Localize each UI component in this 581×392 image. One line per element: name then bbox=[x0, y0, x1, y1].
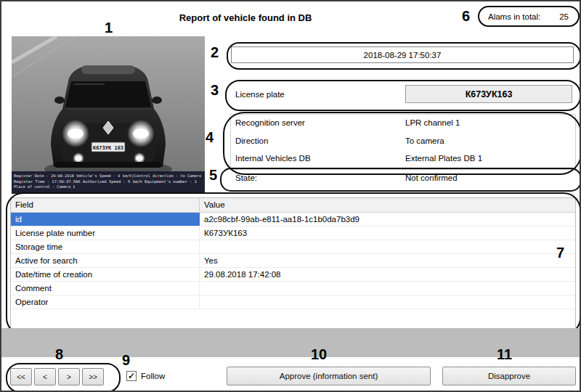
table-header-row: Field Value bbox=[11, 198, 575, 213]
car-bumper bbox=[55, 162, 161, 168]
table-cell-value[interactable] bbox=[200, 282, 575, 295]
properties-table: Field Value id a2c98cbf-99ab-e811-aa18-1… bbox=[10, 197, 576, 329]
record-navigation: << < > >> bbox=[10, 368, 104, 385]
table-row[interactable]: License plate number К673УК163 bbox=[11, 226, 575, 240]
page-title: Report of vehicle found in DB bbox=[1, 12, 489, 23]
table-cell-value[interactable]: a2c98cbf-99ab-e811-aa18-1c1b0da7b3d9 bbox=[200, 213, 575, 226]
annotation-9: 9 bbox=[122, 353, 130, 367]
license-plate-field[interactable]: К673УК163 bbox=[405, 85, 572, 103]
table-cell-field[interactable]: Comment bbox=[11, 282, 200, 295]
direction-value: To camera bbox=[405, 136, 444, 145]
foglight-left bbox=[75, 156, 82, 161]
table-cell-value[interactable]: Yes bbox=[200, 254, 575, 267]
report-window: Report of vehicle found in DB Alams in t… bbox=[0, 0, 581, 392]
table-cell-field[interactable]: License plate number bbox=[11, 226, 200, 240]
car-windshield bbox=[65, 81, 151, 107]
table-row[interactable]: Date/time of creation 29.08.2018 17:42:0… bbox=[11, 268, 575, 282]
nav-last-button[interactable]: >> bbox=[82, 368, 104, 385]
vehicle-photo-render: К673УК 163 Register Date - 29-08-2018 Ve… bbox=[12, 36, 205, 194]
table-cell-value[interactable]: 29.08.2018 17:42:08 bbox=[200, 268, 575, 281]
table-header-value[interactable]: Value bbox=[200, 198, 575, 212]
table-cell-value[interactable] bbox=[200, 240, 575, 253]
alarms-total-callout: Alams in total: 25 bbox=[478, 6, 580, 27]
table-cell-value[interactable]: К673УК163 bbox=[200, 226, 575, 240]
vehicle-photo: К673УК 163 Register Date - 29-08-2018 Ve… bbox=[12, 36, 205, 194]
table-row[interactable]: Storage time bbox=[11, 240, 575, 254]
annotation-1: 1 bbox=[105, 20, 113, 35]
callout-oval-5 bbox=[220, 168, 581, 192]
table-cell-value[interactable] bbox=[200, 295, 575, 309]
table-cell-field[interactable]: id bbox=[11, 213, 200, 226]
table-row[interactable]: Operator bbox=[11, 295, 575, 309]
direction-label: Direction bbox=[235, 136, 268, 145]
annotation-4: 4 bbox=[206, 130, 214, 144]
state-value: Not confirmed bbox=[405, 173, 458, 182]
car-license-plate-text: К673УК 163 bbox=[93, 145, 123, 151]
annotation-2: 2 bbox=[211, 45, 219, 60]
nav-next-button[interactable]: > bbox=[58, 368, 80, 385]
internal-db-label: Internal Vehicles DB bbox=[235, 154, 311, 163]
photo-overlay-line3: Place of control - Camera 1 bbox=[14, 184, 75, 189]
foglight-right bbox=[136, 156, 143, 161]
nav-previous-button[interactable]: < bbox=[34, 368, 56, 385]
license-plate-label: License plate bbox=[235, 90, 285, 99]
table-cell-field[interactable]: Operator bbox=[11, 295, 200, 309]
annotation-6: 6 bbox=[462, 9, 470, 23]
annotation-3: 3 bbox=[211, 83, 219, 97]
state-label: State: bbox=[235, 173, 257, 182]
annotation-10: 10 bbox=[311, 347, 327, 362]
recognition-server-label: Recognition server bbox=[235, 118, 305, 127]
table-row[interactable]: id a2c98cbf-99ab-e811-aa18-1c1b0da7b3d9 bbox=[11, 213, 575, 226]
annotation-7: 7 bbox=[556, 245, 564, 260]
annotation-5: 5 bbox=[209, 168, 217, 182]
photo-overlay-line1: Register Date - 29-08-2018 Vehicle's Spe… bbox=[14, 173, 201, 179]
table-header-field[interactable]: Field bbox=[11, 198, 200, 212]
disapprove-button[interactable]: Disapprove bbox=[442, 367, 576, 385]
table-row[interactable]: Active for search Yes bbox=[11, 254, 575, 268]
approve-button[interactable]: Approve (information sent) bbox=[227, 367, 431, 385]
table-cell-field[interactable]: Storage time bbox=[11, 240, 200, 253]
event-datetime-field[interactable]: 2018-08-29 17:50:37 bbox=[231, 46, 574, 63]
alarms-total-count: 25 bbox=[559, 12, 569, 21]
internal-db-value: External Plates DB 1 bbox=[405, 154, 482, 163]
recognition-server-value: LPR channel 1 bbox=[405, 118, 460, 127]
table-cell-field[interactable]: Date/time of creation bbox=[11, 268, 200, 281]
follow-label: Follow bbox=[141, 372, 165, 380]
table-row[interactable]: Comment bbox=[11, 282, 575, 295]
headlight-right bbox=[133, 128, 149, 139]
table-cell-field[interactable]: Active for search bbox=[11, 254, 200, 267]
follow-checkbox[interactable]: ✓ bbox=[126, 371, 137, 381]
annotation-11: 11 bbox=[497, 347, 512, 362]
car-roof bbox=[81, 65, 135, 74]
alarms-total-label: Alams in total: bbox=[488, 12, 540, 21]
car-mirror-right bbox=[152, 97, 162, 104]
headlight-left bbox=[68, 128, 84, 139]
bottom-gray-panel bbox=[1, 328, 580, 357]
annotation-8: 8 bbox=[55, 347, 63, 362]
car-mirror-left bbox=[54, 97, 65, 104]
checkmark-icon: ✓ bbox=[128, 372, 135, 380]
nav-first-button[interactable]: << bbox=[10, 368, 32, 385]
photo-overlay-line2: Register Time - 17:50:37.586 Authorized … bbox=[14, 179, 197, 184]
